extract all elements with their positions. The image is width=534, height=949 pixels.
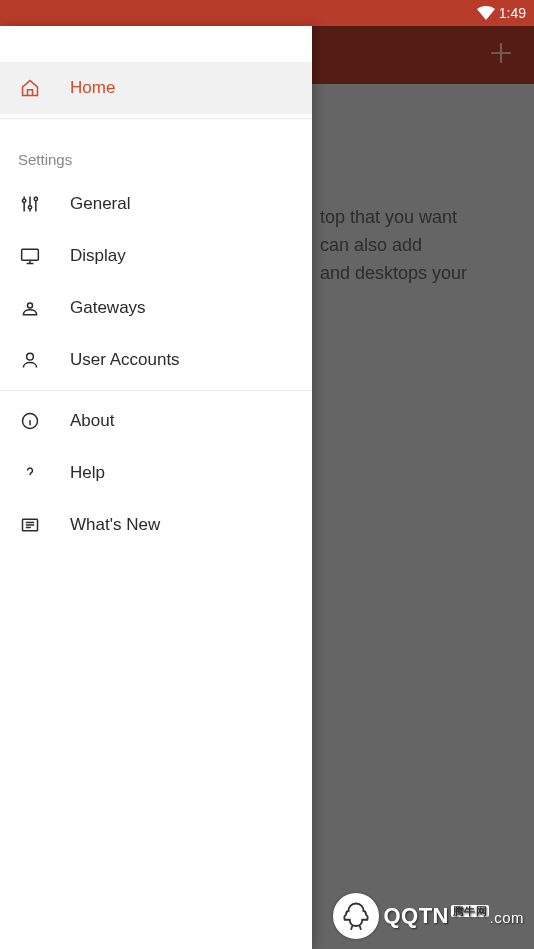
nav-item-user-accounts[interactable]: User Accounts xyxy=(0,334,312,386)
nav-label: General xyxy=(70,194,130,214)
nav-item-display[interactable]: Display xyxy=(0,230,312,282)
nav-label: About xyxy=(70,411,114,431)
help-icon xyxy=(18,461,42,485)
nav-item-home[interactable]: Home xyxy=(0,62,312,114)
monitor-icon xyxy=(18,244,42,268)
nav-label: User Accounts xyxy=(70,350,180,370)
watermark-logo-icon xyxy=(333,893,379,939)
svg-point-4 xyxy=(28,303,33,308)
status-bar: 1:49 xyxy=(0,0,534,26)
gateway-icon xyxy=(18,296,42,320)
nav-label: What's New xyxy=(70,515,160,535)
watermark: QQTN腾牛网.com xyxy=(333,893,524,939)
nav-label: Display xyxy=(70,246,126,266)
nav-item-gateways[interactable]: Gateways xyxy=(0,282,312,334)
status-time: 1:49 xyxy=(499,5,526,21)
nav-label: Home xyxy=(70,78,115,98)
nav-label: Gateways xyxy=(70,298,146,318)
nav-item-general[interactable]: General xyxy=(0,178,312,230)
svg-point-1 xyxy=(28,206,31,209)
news-icon xyxy=(18,513,42,537)
wifi-icon xyxy=(477,6,495,20)
svg-point-2 xyxy=(34,197,37,200)
watermark-text: QQTN腾牛网.com xyxy=(383,903,524,929)
svg-point-0 xyxy=(23,199,26,202)
nav-item-about[interactable]: About xyxy=(0,395,312,447)
divider xyxy=(0,390,312,391)
svg-rect-3 xyxy=(22,249,39,260)
app-body: top that you want can also add and deskt… xyxy=(0,26,534,949)
nav-label: Help xyxy=(70,463,105,483)
user-icon xyxy=(18,348,42,372)
sliders-icon xyxy=(18,192,42,216)
info-icon xyxy=(18,409,42,433)
svg-point-5 xyxy=(27,353,34,360)
nav-item-help[interactable]: Help xyxy=(0,447,312,499)
home-icon xyxy=(18,76,42,100)
nav-item-whats-new[interactable]: What's New xyxy=(0,499,312,551)
divider xyxy=(0,118,312,119)
section-header-settings: Settings xyxy=(0,123,312,178)
navigation-drawer: Home Settings General Display xyxy=(0,26,312,949)
